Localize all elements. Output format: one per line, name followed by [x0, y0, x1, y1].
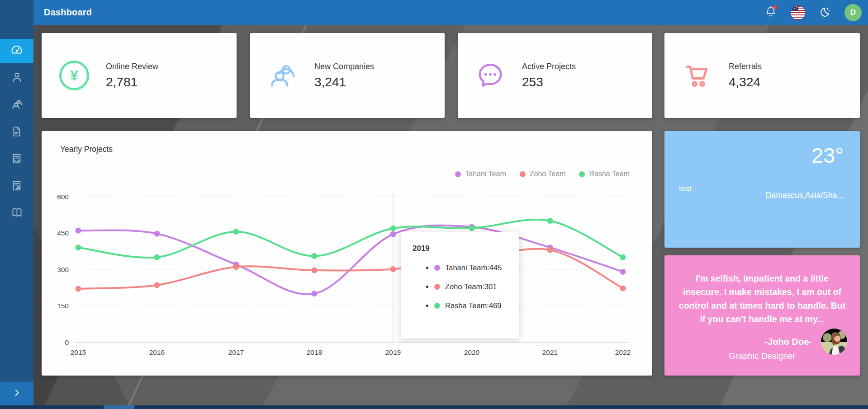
legend-dot-icon [455, 171, 461, 177]
sidebar-collapse-button[interactable] [0, 382, 33, 405]
sidebar-item-teams[interactable] [0, 93, 33, 117]
data-point[interactable] [390, 226, 396, 231]
data-point[interactable] [620, 285, 626, 291]
legend-item-zoho-team[interactable]: Zoho Team [520, 170, 566, 178]
sidebar-item-dashboard[interactable] [0, 39, 33, 63]
horizontal-scrollbar-thumb[interactable] [104, 405, 134, 409]
bullet-icon [426, 267, 428, 269]
temperature-value: 23° [811, 143, 844, 168]
tooltip-row: Rasha Team:469 [401, 301, 519, 310]
horizontal-scrollbar [0, 405, 868, 409]
series-dot-icon [434, 303, 440, 309]
data-point[interactable] [547, 218, 553, 224]
chat-icon [475, 60, 506, 91]
y-tick: 0 [65, 338, 69, 346]
sidebar-item-library[interactable] [0, 202, 33, 226]
x-tick: 2018 [307, 348, 322, 356]
tooltip-row: Tahani Team:445 [401, 263, 519, 272]
chevron-right-icon [13, 389, 21, 399]
data-point[interactable] [620, 254, 626, 260]
stat-value: 2,781 [106, 75, 158, 89]
x-tick: 2020 [464, 348, 480, 356]
stat-card-referrals: Referrals 4,324 [664, 33, 860, 118]
top-header: Dashboard [33, 0, 868, 25]
us-flag-icon [791, 5, 805, 20]
user-icon [11, 71, 23, 85]
weather-card: 23° test Damascus,Asia/Sha... [664, 131, 860, 248]
notification-badge [773, 5, 777, 9]
x-tick: 2015 [71, 348, 86, 356]
stat-value: 3,241 [314, 75, 374, 89]
data-point[interactable] [154, 254, 160, 260]
stat-label: New Companies [314, 62, 374, 71]
stat-label: Active Projects [522, 62, 576, 71]
legend-item-rasha-team[interactable]: Rasha Team [579, 170, 630, 178]
stat-value: 4,324 [729, 75, 762, 89]
x-tick: 2016 [149, 348, 165, 356]
sidebar [0, 0, 33, 409]
sidebar-item-files[interactable] [0, 120, 33, 144]
data-point[interactable] [312, 268, 318, 273]
notifications-button[interactable] [763, 5, 778, 20]
data-point[interactable] [154, 231, 160, 237]
legend-label: Rasha Team [589, 170, 630, 178]
data-point[interactable] [312, 253, 318, 259]
data-point[interactable] [390, 231, 396, 237]
y-tick: 300 [57, 266, 69, 273]
users-icon [11, 98, 23, 112]
data-point[interactable] [620, 269, 626, 275]
legend-label: Zoho Team [530, 170, 566, 178]
y-tick: 450 [57, 229, 69, 237]
stat-label: Referrals [729, 62, 762, 71]
user-avatar[interactable]: D [844, 4, 862, 21]
data-point[interactable] [233, 229, 239, 235]
chart-tooltip: 2019 Tahani Team:445 Zoho Team:301 Rasha… [401, 232, 519, 338]
tooltip-year: 2019 [413, 244, 519, 253]
users-icon [267, 60, 298, 91]
stat-card-active-projects: Active Projects 253 [458, 33, 652, 118]
stat-label: Online Review [106, 62, 158, 71]
data-point[interactable] [469, 225, 475, 231]
quote-card: I'm selfish, impatient and a little inse… [664, 255, 860, 376]
bullet-icon [426, 305, 428, 307]
tooltip-row: Zoho Team:301 [401, 282, 519, 291]
x-tick: 2022 [615, 348, 631, 356]
sidebar-item-contracts[interactable] [0, 174, 33, 198]
document-inbox-icon [11, 153, 23, 166]
data-point[interactable] [312, 291, 318, 296]
quote-text: I'm selfish, impatient and a little inse… [664, 255, 860, 326]
dark-mode-button[interactable] [817, 5, 833, 20]
document-person-icon [11, 180, 23, 193]
bullet-icon [426, 286, 428, 288]
data-point[interactable] [76, 228, 81, 234]
x-tick: 2019 [385, 348, 401, 356]
sidebar-item-documents[interactable] [0, 147, 33, 171]
stat-value: 253 [522, 75, 576, 89]
data-point[interactable] [154, 282, 160, 288]
data-point[interactable] [76, 244, 81, 250]
dashboard-app: Dashboard [0, 0, 868, 409]
weather-location: Damascus,Asia/Sha... [766, 191, 844, 200]
legend-dot-icon [520, 171, 526, 177]
series-line-rasha-team[interactable] [78, 220, 623, 258]
y-tick: 600 [57, 193, 69, 201]
legend-item-tahani-team[interactable]: Tahani Team [455, 170, 506, 178]
book-icon [11, 207, 23, 221]
y-tick: 150 [57, 302, 69, 310]
data-point[interactable] [547, 247, 553, 253]
x-tick: 2017 [228, 348, 244, 356]
data-point[interactable] [233, 264, 239, 270]
sidebar-item-user[interactable] [0, 66, 33, 90]
data-point[interactable] [390, 266, 396, 272]
legend-dot-icon [579, 171, 585, 177]
speedometer-icon [10, 44, 23, 58]
stat-card-new-companies: New Companies 3,241 [250, 33, 445, 118]
quote-author: -Joho Doe- [765, 337, 812, 347]
yearly-projects-card: Yearly Projects Tahani Team Zoho Team Ra… [42, 131, 652, 376]
page-title: Dashboard [44, 7, 92, 18]
tooltip-value: Tahani Team:445 [445, 263, 502, 272]
language-button[interactable] [790, 5, 806, 20]
x-tick: 2021 [542, 348, 558, 356]
data-point[interactable] [76, 286, 81, 291]
yen-icon: ¥ [59, 60, 90, 91]
